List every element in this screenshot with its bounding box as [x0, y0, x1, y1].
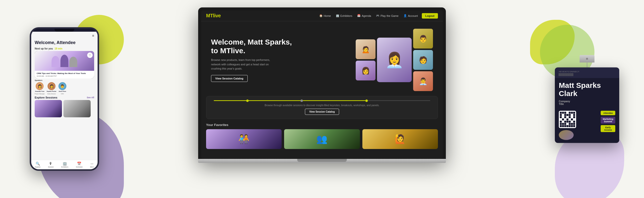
hero-person-img-4: 🧑: [413, 50, 433, 70]
speaker-2: 👩 Sophie Porter Sales Director: [46, 82, 56, 94]
session-icon: 🎙: [49, 162, 52, 166]
badge-attendee-tag: Attendee: [601, 111, 615, 115]
session-nav-label: Session: [48, 166, 54, 168]
nav-item-schedule[interactable]: 📅 Schedule: [76, 162, 82, 168]
exhibitors-nav-label: Exhibitors: [61, 166, 68, 168]
lanyard-hole: [586, 58, 588, 60]
laptop-nav-items: 🏠 Home 🏢 Exhibitors 📅 Agenda: [319, 14, 418, 17]
badge-event-name-tag: MarketingSummit: [601, 117, 615, 124]
hero-subtitle: Browse new products, learn from top perf…: [211, 58, 276, 71]
phone-header: ≡: [31, 32, 98, 39]
lanyard-string: [587, 63, 587, 68]
hero-images-area: 🙍 👩 👩‍💼 👨: [356, 29, 433, 91]
nav-play-game[interactable]: 🎮 Play the Game: [376, 14, 398, 17]
laptop-mockup: MTlive 🏠 Home 🏢 Exhibitors 📅: [198, 7, 446, 163]
phone-bottom-nav: 🔍 Explore 🎙 Session 🏢 Exhibitors 📅 Sched…: [31, 160, 98, 169]
silhouette-3: [69, 57, 77, 67]
badge-main-section: Matt SparksClark CompanyTitle: [555, 78, 619, 109]
more-nav-label: More: [90, 166, 94, 168]
see-all-link[interactable]: See All: [87, 96, 94, 99]
explore-nav-label: Explore: [35, 166, 40, 168]
speaker-3-title: CRO: [61, 93, 64, 95]
silhouette-1: [52, 56, 60, 67]
speaker-3-name: Josh Price: [59, 91, 66, 92]
phone-notch: [54, 29, 74, 32]
speaker-1: 👩 Amanda Tran Project Manager: [35, 82, 44, 94]
phone-explore-header: Explore Sessions See All: [31, 95, 98, 100]
nav-exhibitors[interactable]: 🏢 Exhibitors: [336, 14, 352, 17]
favorite-card-1[interactable]: 🧑‍🤝‍🧑: [206, 129, 282, 149]
hero-person-img-3: 👨: [413, 29, 433, 48]
badge-card: #EVENTCONNECT Matt SparksClark CompanyTi…: [555, 68, 619, 143]
phone-device: ≡ Welcome, Attendee Next up for you 19 m…: [30, 27, 99, 171]
hero-person-img-2: 👩: [356, 61, 376, 80]
badge-qr-code: [559, 111, 576, 128]
explore-label: Explore Sessions: [35, 96, 58, 99]
badge-code-row: [559, 73, 615, 76]
favorite-card-3[interactable]: 🙋: [362, 129, 438, 149]
progress-dot-1: [246, 99, 249, 102]
speaker-2-title: Sales Director: [47, 93, 56, 95]
speaker-2-name: Sophie Porter: [46, 91, 56, 92]
account-icon: 👤: [404, 14, 407, 17]
favorite-button[interactable]: ♡: [87, 52, 93, 58]
favorites-label: Your Favorites: [206, 123, 438, 127]
nav-account[interactable]: 👤 Account: [404, 14, 418, 17]
laptop-navbar: MTlive 🏠 Home 🏢 Exhibitors 📅: [201, 10, 443, 21]
phone-explore-cards: [31, 100, 98, 117]
nav-item-explore[interactable]: 🔍 Explore: [35, 162, 40, 168]
silhouette-2: [60, 55, 68, 67]
progress-dot-2: [300, 99, 303, 102]
phone-speakers-label: Speakers: [31, 79, 98, 81]
speaker-1-name: Amanda Tran: [35, 91, 44, 92]
phone-session-time: 10:00 AM - 10:30 AM PST: [37, 75, 92, 77]
hero-title: Welcome, Matt Sparks,to MTlive.: [211, 38, 351, 55]
phone-session-details: CRM Tips and Tricks: Making the Most of …: [35, 71, 94, 78]
badge-decoration: [559, 130, 574, 140]
speaker-1-title: Project Manager: [35, 93, 44, 95]
nav-item-session[interactable]: 🎙 Session: [48, 162, 54, 168]
badge-event-tag: #EVENTCONNECT: [559, 71, 615, 73]
nav-home[interactable]: 🏠 Home: [319, 14, 331, 17]
nav-item-more[interactable]: ··· More: [90, 162, 94, 168]
logout-button[interactable]: Logout: [422, 13, 438, 18]
badge-tags-area: Attendee MarketingSummit EarlyAccess: [601, 111, 615, 140]
laptop-progress-section: Browse through available sessions to dis…: [206, 96, 438, 119]
badge-company: CompanyTitle: [559, 100, 615, 105]
more-icon: ···: [91, 162, 94, 166]
hero-person-img-5: 👨‍💼: [413, 71, 433, 91]
progress-description: Browse through available sessions to dis…: [214, 104, 430, 107]
laptop-screen: MTlive 🏠 Home 🏢 Exhibitors 📅: [201, 10, 443, 159]
laptop-device: MTlive 🏠 Home 🏢 Exhibitors 📅: [198, 7, 446, 163]
progress-bar-track: [214, 100, 430, 101]
lanyard-clip: [580, 55, 594, 63]
phone-next-up-card[interactable]: ♡ CRM Tips and Tricks: Making the Most o…: [35, 51, 94, 78]
badge-left-area: [559, 111, 599, 140]
explore-card-2[interactable]: [64, 100, 91, 117]
progress-cta-button[interactable]: View Session Catalog: [305, 109, 339, 115]
hero-text-area: Welcome, Matt Sparks,to MTlive. Browse n…: [211, 38, 351, 82]
speaker-1-avatar: 👩: [36, 82, 44, 90]
badge-mockup: #EVENTCONNECT Matt SparksClark CompanyTi…: [555, 55, 619, 143]
favorite-card-2[interactable]: 👥: [284, 129, 360, 149]
phone-screen: ≡ Welcome, Attendee Next up for you 19 m…: [31, 32, 98, 169]
hamburger-icon[interactable]: ≡: [92, 34, 94, 38]
hero-person-img-1: 🙍: [356, 39, 376, 59]
badge-bottom-section: Attendee MarketingSummit EarlyAccess: [555, 109, 619, 143]
phone-session-title: CRM Tips and Tricks: Making the Most of …: [37, 72, 92, 75]
explore-card-1[interactable]: [35, 100, 62, 117]
next-up-time-badge: 19 min: [54, 47, 62, 50]
nav-item-exhibitors[interactable]: 🏢 Exhibitors: [61, 162, 68, 168]
speaker-2-avatar: 👩: [48, 82, 56, 90]
game-icon: 🎮: [376, 14, 380, 17]
hero-cta-button[interactable]: View Session Catalog: [211, 75, 248, 82]
schedule-nav-label: Schedule: [76, 166, 82, 168]
speaker-3: 👨 Josh Price CRO: [58, 82, 66, 94]
schedule-icon: 📅: [77, 162, 81, 166]
nav-agenda[interactable]: 📅 Agenda: [357, 14, 371, 17]
home-icon: 🏠: [319, 14, 323, 17]
phone-speakers-list: 👩 Amanda Tran Project Manager 👩 Sophie P…: [31, 81, 98, 94]
laptop-notch: [297, 159, 347, 162]
favorites-cards-list: 🧑‍🤝‍🧑 👥 🙋: [206, 129, 438, 149]
explore-icon: 🔍: [36, 162, 40, 166]
